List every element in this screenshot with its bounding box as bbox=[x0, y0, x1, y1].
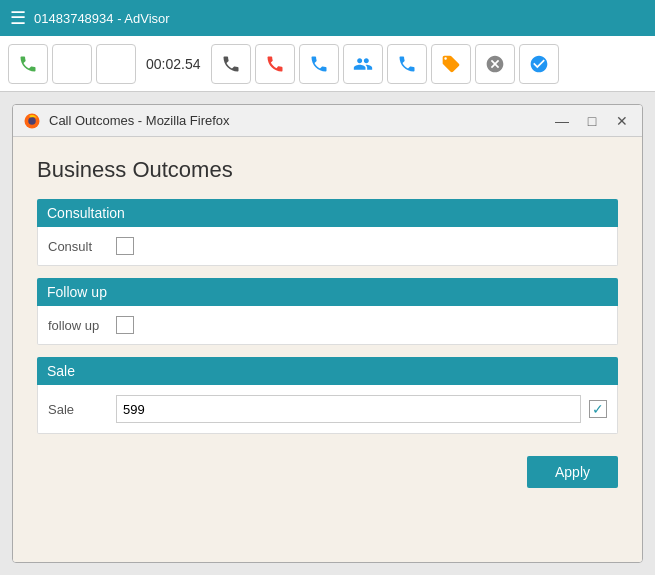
group-button[interactable] bbox=[343, 44, 383, 84]
browser-titlebar-left: Call Outcomes - Mozilla Firefox bbox=[23, 112, 230, 130]
phone-end-button[interactable] bbox=[255, 44, 295, 84]
toolbar-btn-2[interactable] bbox=[52, 44, 92, 84]
transfer-button[interactable] bbox=[387, 44, 427, 84]
close-button[interactable] bbox=[475, 44, 515, 84]
browser-controls: — □ ✕ bbox=[552, 111, 632, 131]
apply-area: Apply bbox=[37, 446, 618, 492]
tag-button[interactable] bbox=[431, 44, 471, 84]
maximize-button[interactable]: □ bbox=[582, 111, 602, 131]
toolbar-btn-3[interactable] bbox=[96, 44, 136, 84]
sale-input[interactable] bbox=[116, 395, 581, 423]
browser-window-title: Call Outcomes - Mozilla Firefox bbox=[49, 113, 230, 128]
firefox-icon bbox=[23, 112, 41, 130]
browser-titlebar: Call Outcomes - Mozilla Firefox — □ ✕ bbox=[13, 105, 642, 137]
consultation-checkbox[interactable] bbox=[116, 237, 134, 255]
browser-window: Call Outcomes - Mozilla Firefox — □ ✕ Bu… bbox=[12, 104, 643, 563]
phone-dial-button[interactable] bbox=[211, 44, 251, 84]
call-timer: 00:02.54 bbox=[140, 56, 207, 72]
main-area: Call Outcomes - Mozilla Firefox — □ ✕ Bu… bbox=[0, 92, 655, 575]
svg-point-1 bbox=[28, 117, 36, 125]
followup-body: follow up bbox=[37, 306, 618, 345]
followup-label: follow up bbox=[48, 318, 108, 333]
toolbar: 00:02.54 bbox=[0, 36, 655, 92]
page-title: Business Outcomes bbox=[37, 157, 618, 183]
top-bar: ☰ 01483748934 - AdVisor bbox=[0, 0, 655, 36]
sale-checkbox[interactable] bbox=[589, 400, 607, 418]
sale-section: Sale Sale bbox=[37, 357, 618, 434]
consultation-header: Consultation bbox=[37, 199, 618, 227]
sale-label: Sale bbox=[48, 402, 108, 417]
followup-checkbox[interactable] bbox=[116, 316, 134, 334]
menu-icon[interactable]: ☰ bbox=[10, 7, 26, 29]
browser-content: Business Outcomes Consultation Consult F… bbox=[13, 137, 642, 562]
consultation-label: Consult bbox=[48, 239, 108, 254]
browser-close-button[interactable]: ✕ bbox=[612, 111, 632, 131]
sale-body: Sale bbox=[37, 385, 618, 434]
minimize-button[interactable]: — bbox=[552, 111, 572, 131]
followup-section: Follow up follow up bbox=[37, 278, 618, 345]
confirm-button[interactable] bbox=[519, 44, 559, 84]
top-bar-title: 01483748934 - AdVisor bbox=[34, 11, 170, 26]
consultation-body: Consult bbox=[37, 227, 618, 266]
phone-hold-button[interactable] bbox=[299, 44, 339, 84]
sale-header: Sale bbox=[37, 357, 618, 385]
apply-button[interactable]: Apply bbox=[527, 456, 618, 488]
phone-answer-button[interactable] bbox=[8, 44, 48, 84]
consultation-section: Consultation Consult bbox=[37, 199, 618, 266]
followup-header: Follow up bbox=[37, 278, 618, 306]
